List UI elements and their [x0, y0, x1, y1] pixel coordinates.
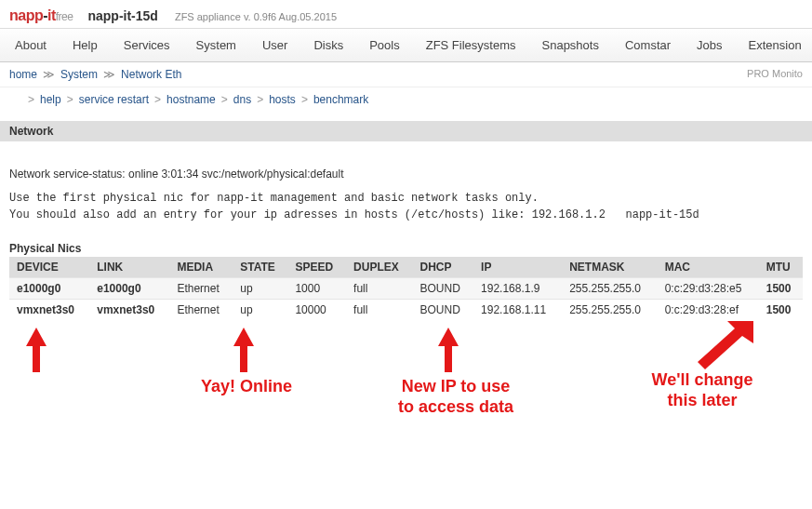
- nics-table-title: Physical Nics: [9, 242, 803, 255]
- cell-mac: 0:c:29:d3:28:ef: [658, 300, 759, 321]
- annotation-label-change-later: We'll change this later: [632, 370, 772, 410]
- cell-device[interactable]: e1000g0: [9, 278, 89, 300]
- annotation-label-online: Yay! Online: [186, 377, 307, 397]
- brand-free-label: free: [56, 10, 73, 23]
- cell-duplex: full: [346, 278, 412, 300]
- breadcrumb-secondary: >help>service restart>hostname>dns>hosts…: [0, 87, 812, 112]
- breadcrumb-sep: ≫: [103, 68, 115, 81]
- cell-link[interactable]: vmxnet3s0: [89, 300, 169, 321]
- brand-logo-napp: napp: [9, 7, 43, 23]
- nics-table: DEVICELINKMEDIASTATESPEEDDUPLEXDHCPIPNET…: [9, 257, 803, 320]
- breadcrumb-sep: >: [257, 93, 263, 106]
- cell-ip: 192.168.1.11: [473, 300, 562, 321]
- breadcrumb-sep: >: [221, 93, 228, 106]
- cell-link[interactable]: e1000g0: [89, 278, 169, 300]
- menu-item-disks[interactable]: Disks: [300, 33, 356, 58]
- table-row: vmxnet3s0vmxnet3s0Ethernetup10000fullBOU…: [9, 300, 803, 321]
- col-mac: MAC: [658, 257, 759, 278]
- breadcrumb-sep: >: [154, 93, 161, 106]
- breadcrumb-home[interactable]: home: [9, 68, 37, 81]
- breadcrumb-sep: >: [67, 93, 73, 106]
- col-link: LINK: [89, 257, 169, 278]
- menu-item-zfs-filesystems[interactable]: ZFS Filesystems: [413, 33, 529, 58]
- nics-table-header-row: DEVICELINKMEDIASTATESPEEDDUPLEXDHCPIPNET…: [9, 257, 803, 278]
- cell-ip: 192.168.1.9: [473, 278, 562, 300]
- menu-item-pools[interactable]: Pools: [356, 33, 413, 58]
- brand-logo: napp-it free: [9, 7, 73, 24]
- cell-netmask: 255.255.255.0: [562, 278, 657, 300]
- cell-speed: 10000: [287, 300, 346, 321]
- cell-netmask: 255.255.255.0: [562, 300, 657, 321]
- menu-item-services[interactable]: Services: [111, 33, 183, 58]
- col-mtu: MTU: [759, 257, 803, 278]
- svg-marker-0: [26, 328, 47, 372]
- subnav-help[interactable]: help: [40, 93, 61, 106]
- brand-hostname: napp-it-15d: [87, 8, 157, 23]
- brand-version: ZFS appliance v. 0.9f6 Aug.05.2015: [175, 11, 337, 22]
- cell-duplex: full: [346, 300, 412, 321]
- cell-device[interactable]: vmxnet3s0: [9, 300, 89, 321]
- col-duplex: DUPLEX: [346, 257, 412, 278]
- menu-item-help[interactable]: Help: [60, 33, 111, 58]
- menu-item-jobs[interactable]: Jobs: [684, 33, 735, 58]
- col-netmask: NETMASK: [562, 257, 657, 278]
- subnav-hostname[interactable]: hostname: [166, 93, 216, 106]
- breadcrumb-network-eth[interactable]: Network Eth: [121, 68, 181, 81]
- col-dhcp: DHCP: [413, 257, 474, 278]
- cell-speed: 1000: [287, 278, 346, 300]
- col-state: STATE: [233, 257, 287, 278]
- cell-mtu[interactable]: 1500: [759, 300, 803, 321]
- cell-dhcp[interactable]: BOUND: [413, 278, 474, 300]
- breadcrumb-sep: >: [301, 93, 308, 106]
- col-speed: SPEED: [287, 257, 346, 278]
- col-device: DEVICE: [9, 257, 89, 278]
- breadcrumb-sep: ≫: [43, 68, 55, 81]
- subnav-dns[interactable]: dns: [233, 93, 251, 106]
- breadcrumb-primary: home≫System≫Network EthPRO Monito: [0, 62, 812, 87]
- svg-marker-1: [233, 328, 254, 372]
- col-media: MEDIA: [169, 257, 233, 278]
- menu-item-system[interactable]: System: [183, 33, 249, 58]
- menu-item-extension[interactable]: Extension: [736, 33, 812, 58]
- pro-monitor-label: PRO Monito: [747, 68, 803, 79]
- annotation-label-new-ip: New IP to use to access data: [381, 377, 530, 417]
- breadcrumb-system[interactable]: System: [60, 68, 98, 81]
- col-ip: IP: [473, 257, 562, 278]
- cell-mtu[interactable]: 1500: [759, 278, 803, 300]
- annotation-arrow-3: [434, 328, 462, 374]
- menu-item-comstar[interactable]: Comstar: [612, 33, 684, 58]
- annotation-arrow-4: [688, 321, 763, 377]
- main-menu: AboutHelpServicesSystemUserDisksPoolsZFS…: [0, 28, 812, 62]
- cell-media: Ethernet: [169, 300, 233, 321]
- content-area: Network service-status: online 3:01:34 s…: [0, 141, 812, 329]
- brand-row: napp-it free napp-it-15d ZFS appliance v…: [0, 0, 812, 28]
- table-row: e1000g0e1000g0Ethernetup1000fullBOUND192…: [9, 278, 803, 300]
- cell-dhcp[interactable]: BOUND: [413, 300, 474, 321]
- subnav-benchmark[interactable]: benchmark: [313, 93, 368, 106]
- annotation-arrow-2: [230, 328, 258, 374]
- menu-item-about[interactable]: About: [9, 33, 60, 58]
- menu-item-snapshots[interactable]: Snapshots: [529, 33, 612, 58]
- cell-state[interactable]: up: [233, 278, 287, 300]
- svg-marker-2: [438, 328, 459, 372]
- network-service-status: Network service-status: online 3:01:34 s…: [9, 167, 803, 181]
- subnav-hosts[interactable]: hosts: [269, 93, 296, 106]
- instructions-text: Use the first physical nic for napp-it m…: [9, 190, 803, 223]
- annotation-arrow-1: [22, 328, 50, 374]
- brand-logo-it: it: [47, 7, 56, 23]
- cell-media: Ethernet: [169, 278, 233, 300]
- subnav-service-restart[interactable]: service restart: [79, 93, 149, 106]
- breadcrumb-sep: >: [28, 93, 34, 106]
- cell-mac: 0:c:29:d3:28:e5: [658, 278, 759, 300]
- cell-state[interactable]: up: [233, 300, 287, 321]
- section-title-network: Network: [0, 121, 812, 141]
- menu-item-user[interactable]: User: [249, 33, 300, 58]
